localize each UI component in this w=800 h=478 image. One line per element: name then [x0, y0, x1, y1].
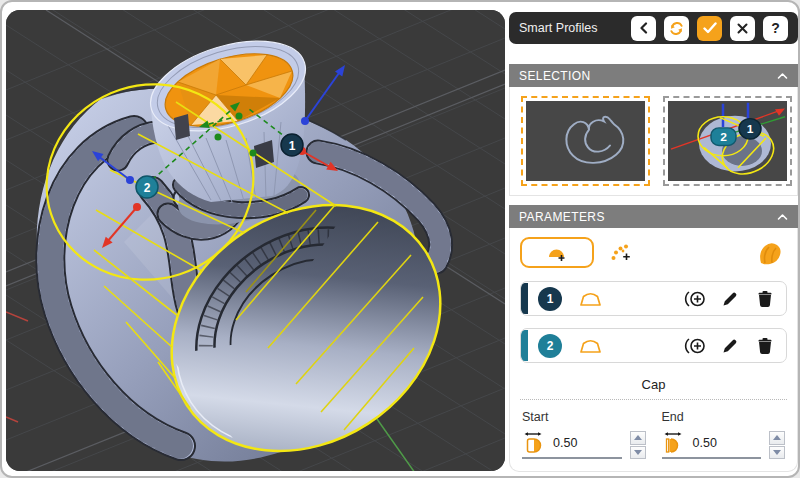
arrow-down-icon: [773, 450, 781, 455]
cap-start-increment[interactable]: [630, 431, 646, 445]
viewport-badge-2[interactable]: 2: [136, 176, 158, 198]
cap-end-increment[interactable]: [769, 431, 785, 445]
refresh-icon: [669, 21, 684, 36]
cap-end-decrement[interactable]: [769, 446, 785, 460]
pencil-icon: [721, 290, 739, 308]
parameters-section-header[interactable]: PARAMETERS: [509, 205, 798, 228]
chevron-up-icon: [777, 72, 788, 80]
selection-section: SELECTION: [509, 64, 798, 196]
add-profile-button[interactable]: [520, 237, 594, 268]
cup-cutout-left: [174, 114, 190, 140]
profile-shape-icon: [578, 290, 603, 307]
profile-1-badge: 1: [538, 287, 562, 311]
cap-start-label: Start: [522, 410, 646, 424]
close-icon: [737, 23, 748, 34]
3d-viewport[interactable]: 1 2: [6, 10, 505, 471]
trash-icon: [757, 337, 773, 355]
parameters-toolbar: [510, 228, 797, 281]
cap-start-decrement[interactable]: [630, 446, 646, 460]
duplicate-icon: [684, 337, 706, 355]
selected-curve-thumbnail[interactable]: [521, 96, 650, 186]
profile-row-2[interactable]: 2: [520, 328, 787, 363]
cap-end-spinner: [769, 431, 785, 459]
duplicate-profile-button[interactable]: [684, 288, 706, 310]
svg-text:2: 2: [720, 131, 727, 143]
profile-2-accent: [521, 330, 528, 361]
cap-end-label: End: [662, 410, 786, 424]
panel-title: Smart Profiles: [519, 21, 598, 35]
viewport-badge-1[interactable]: 1: [281, 134, 303, 156]
arrow-down-icon: [634, 450, 642, 455]
smart-profiles-window: 1 2 Smart Profiles: [0, 0, 800, 478]
panel-header: Smart Profiles: [509, 12, 798, 44]
edit-profile-button[interactable]: [719, 288, 741, 310]
pencil-icon: [721, 337, 739, 355]
duplicate-profile-button[interactable]: [684, 335, 706, 357]
model-preview: 1 2: [668, 101, 787, 177]
parameters-section: PARAMETERS: [509, 205, 798, 472]
chevron-left-icon: [639, 22, 649, 34]
profile-2-badge: 2: [538, 334, 562, 358]
cap-start-value[interactable]: 0.50: [553, 436, 577, 450]
trash-icon: [757, 290, 773, 308]
selection-section-header[interactable]: SELECTION: [509, 64, 798, 87]
cap-start-spinner: [630, 431, 646, 459]
cap-start-group: Start 0.50: [522, 410, 646, 459]
viewport-scene: 1 2: [6, 10, 505, 471]
profile-shape-icon: [578, 337, 603, 354]
cap-end-value[interactable]: 0.50: [693, 436, 717, 450]
delete-profile-button[interactable]: [754, 288, 776, 310]
profile-curve-preview: [526, 101, 645, 177]
profile-1-accent: [521, 283, 528, 314]
refresh-button[interactable]: [664, 16, 689, 41]
profile-row-1[interactable]: 1: [520, 281, 787, 316]
close-button[interactable]: [730, 16, 755, 41]
apply-button[interactable]: [697, 16, 722, 41]
cap-start-icon: [524, 431, 544, 454]
parameters-section-title: PARAMETERS: [519, 210, 605, 224]
arrow-up-icon: [634, 435, 642, 440]
check-icon: [703, 22, 717, 34]
delete-profile-button[interactable]: [754, 335, 776, 357]
selection-section-title: SELECTION: [519, 69, 591, 83]
add-profile-icon: [546, 244, 568, 262]
cap-end-group: End 0.50: [662, 410, 786, 459]
back-button[interactable]: [631, 16, 656, 41]
selected-object-thumbnail[interactable]: 1 2: [663, 96, 792, 186]
svg-text:2: 2: [144, 181, 151, 195]
add-multiple-profiles-button[interactable]: [602, 237, 642, 268]
cap-end-icon: [664, 431, 684, 454]
arrow-up-icon: [773, 435, 781, 440]
add-multiple-profiles-icon: [610, 243, 634, 263]
duplicate-icon: [684, 290, 706, 308]
help-button[interactable]: ?: [763, 16, 788, 41]
shell-preview-icon: [756, 240, 783, 266]
chevron-up-icon: [777, 213, 788, 221]
cap-section-title: Cap: [510, 377, 797, 392]
svg-text:1: 1: [289, 139, 296, 153]
edit-profile-button[interactable]: [719, 335, 741, 357]
svg-text:1: 1: [747, 123, 754, 135]
smart-profiles-panel: Smart Profiles: [509, 10, 799, 472]
